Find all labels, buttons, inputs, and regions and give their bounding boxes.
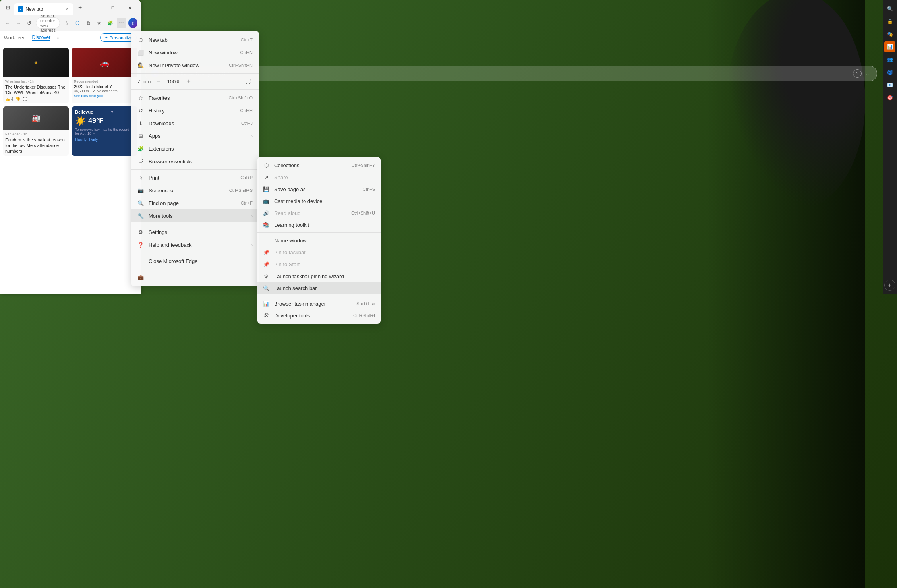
edge-copilot-button[interactable]: e xyxy=(128,18,137,28)
menu-divider-1 xyxy=(131,73,259,74)
screenshot-icon: 📷 xyxy=(137,187,144,193)
zoom-value: 100% xyxy=(166,79,181,85)
tab-item[interactable]: e New tab × xyxy=(14,3,73,15)
menu-item-history[interactable]: ↺ History Ctrl+H xyxy=(131,104,259,117)
collections-icon: ⬡ xyxy=(263,162,269,168)
new-window-label: New window xyxy=(149,50,178,56)
menu-item-browser-essentials[interactable]: 🛡 Browser essentials xyxy=(131,155,259,168)
menu-item-more-tools[interactable]: 🔧 More tools › xyxy=(131,209,259,222)
maximize-button[interactable]: □ xyxy=(105,2,121,14)
read-aloud-icon: 🔊 xyxy=(263,210,269,216)
launch-search-bar-icon: 🔍 xyxy=(263,285,269,291)
menu-item-managed[interactable]: 💼 xyxy=(131,271,259,284)
close-window-button[interactable]: × xyxy=(122,2,137,14)
weather-daily[interactable]: Daily xyxy=(89,137,98,142)
submenu-launch-search-bar[interactable]: 🔍 Launch search bar xyxy=(257,282,381,294)
menu-item-inprivate[interactable]: 🕵 New InPrivate window Ctrl+Shift+N xyxy=(131,59,259,72)
new-tab-icon: ⬡ xyxy=(137,37,144,43)
menu-item-extensions[interactable]: 🧩 Extensions xyxy=(131,142,259,155)
submenu-cast[interactable]: 📺 Cast media to device xyxy=(257,195,381,207)
submenu-name-window[interactable]: Name window... xyxy=(257,234,381,246)
learning-toolkit-icon: 📚 xyxy=(263,222,269,228)
menu-item-new-window[interactable]: ⬜ New window Ctrl+N xyxy=(131,46,259,59)
fav-bar-icon[interactable]: ★ xyxy=(95,18,103,28)
weather-hourly[interactable]: Hourly xyxy=(75,137,87,142)
close-edge-icon xyxy=(137,258,144,264)
apps-label: Apps xyxy=(149,133,160,139)
news-source-wrestling: Wrestling Inc. · 1h xyxy=(5,79,67,83)
pin-start-label: Pin to Start xyxy=(274,261,300,267)
news-tab-workfeed[interactable]: Work feed xyxy=(4,35,25,41)
weather-desc: Tomorrow's low may tie the record for Ap… xyxy=(75,128,134,135)
launch-taskbar-wizard-label: Launch taskbar pinning wizard xyxy=(274,273,344,279)
print-icon: 🖨 xyxy=(137,174,144,181)
submenu-learning-toolkit[interactable]: 📚 Learning toolkit xyxy=(257,219,381,231)
news-card-weather[interactable]: Bellevue ▼ ··· ☀️ 49°F Tomorrow's low ma… xyxy=(72,106,137,156)
menu-item-help[interactable]: ❓ Help and feedback › xyxy=(131,238,259,251)
address-bar[interactable]: Search or enter web address xyxy=(36,17,60,29)
news-card-tesla[interactable]: 🚗 Recommended 2022 Tesla Model Y 36,583 … xyxy=(72,48,137,103)
submenu-pin-start[interactable]: 📌 Pin to Start xyxy=(257,258,381,270)
refresh-button[interactable]: ↺ xyxy=(25,18,33,28)
collections-toolbar-icon[interactable]: ⬡ xyxy=(73,18,81,28)
sidebar-toggle[interactable]: ⊞ xyxy=(3,3,12,12)
downloads-label: Downloads xyxy=(149,120,174,126)
submenu-read-aloud[interactable]: 🔊 Read aloud Ctrl+Shift+U xyxy=(257,207,381,219)
menu-item-apps[interactable]: ⊞ Apps › xyxy=(131,130,259,142)
menu-item-new-tab[interactable]: ⬡ New tab Ctrl+T xyxy=(131,33,259,46)
print-shortcut: Ctrl+P xyxy=(240,175,253,180)
menu-item-find[interactable]: 🔍 Find on page Ctrl+F xyxy=(131,197,259,209)
more-tools-icon: 🔧 xyxy=(137,213,144,219)
submenu-launch-taskbar-wizard[interactable]: ⚙ Launch taskbar pinning wizard xyxy=(257,270,381,282)
zoom-plus-button[interactable]: + xyxy=(184,77,193,86)
tab-close-btn[interactable]: × xyxy=(64,6,70,12)
more-menu-button[interactable]: ··· xyxy=(117,18,126,28)
pin-taskbar-label: Pin to taskbar xyxy=(274,250,306,255)
news-card-mets[interactable]: 🏭 FanSided · 1h Fandom is the smallest r… xyxy=(3,106,69,156)
menu-item-print[interactable]: 🖨 Print Ctrl+P xyxy=(131,171,259,184)
menu-item-downloads[interactable]: ⬇ Downloads Ctrl+J xyxy=(131,117,259,130)
menu-item-settings[interactable]: ⚙ Settings xyxy=(131,226,259,238)
profile-icon[interactable]: 🧩 xyxy=(106,18,114,28)
news-source-mets: FanSided · 1h xyxy=(5,132,67,136)
apps-icon: ⊞ xyxy=(137,133,144,139)
pin-start-icon: 📌 xyxy=(263,261,269,267)
main-context-menu: ⬡ New tab Ctrl+T ⬜ New window Ctrl+N 🕵 N… xyxy=(131,31,259,286)
new-window-icon: ⬜ xyxy=(137,49,144,56)
split-view-icon[interactable]: ⧉ xyxy=(84,18,93,28)
cast-label: Cast media to device xyxy=(274,198,322,204)
menu-item-close-edge[interactable]: Close Microsoft Edge xyxy=(131,255,259,267)
read-aloud-shortcut: Ctrl+Shift+U xyxy=(351,211,375,215)
forward-button[interactable]: → xyxy=(14,18,22,28)
browser-essentials-label: Browser essentials xyxy=(149,159,192,164)
zoom-expand-button[interactable]: ⛶ xyxy=(243,77,253,86)
zoom-minus-button[interactable]: − xyxy=(154,77,163,86)
news-card-wrestling[interactable]: 🤼 Wrestling Inc. · 1h The Undertaker Dis… xyxy=(3,48,69,103)
menu-item-favorites[interactable]: ☆ Favorites Ctrl+Shift+O xyxy=(131,91,259,104)
address-text: Search or enter web address xyxy=(40,14,56,33)
submenu-pin-taskbar[interactable]: 📌 Pin to taskbar xyxy=(257,246,381,258)
history-icon: ↺ xyxy=(137,107,144,114)
favorites-menu-icon: ☆ xyxy=(137,95,144,101)
minimize-button[interactable]: ─ xyxy=(88,2,104,14)
menu-divider-5 xyxy=(131,253,259,253)
screenshot-label: Screenshot xyxy=(149,188,175,193)
news-tab-discover[interactable]: Discover xyxy=(32,35,50,41)
save-page-label: Save page as xyxy=(274,186,306,192)
zoom-row: Zoom − 100% + ⛶ xyxy=(131,75,259,88)
name-window-label: Name window... xyxy=(274,238,311,244)
save-page-shortcut: Ctrl+S xyxy=(363,187,375,191)
new-tab-button[interactable]: + xyxy=(75,2,85,13)
inprivate-label: New InPrivate window xyxy=(149,62,199,68)
launch-taskbar-wizard-icon: ⚙ xyxy=(263,273,269,279)
browser-essentials-icon: 🛡 xyxy=(137,158,144,164)
submenu-collections[interactable]: ⬡ Collections Ctrl+Shift+Y xyxy=(257,159,381,171)
downloads-icon: ⬇ xyxy=(137,120,144,126)
favorites-icon[interactable]: ☆ xyxy=(62,18,71,28)
submenu-save-page[interactable]: 💾 Save page as Ctrl+S xyxy=(257,183,381,195)
news-options-icon[interactable]: ··· xyxy=(57,35,61,41)
help-icon: ❓ xyxy=(137,242,144,248)
menu-item-screenshot[interactable]: 📷 Screenshot Ctrl+Shift+S xyxy=(131,184,259,197)
submenu-share[interactable]: ↗ Share xyxy=(257,171,381,183)
back-button[interactable]: ← xyxy=(3,18,12,28)
